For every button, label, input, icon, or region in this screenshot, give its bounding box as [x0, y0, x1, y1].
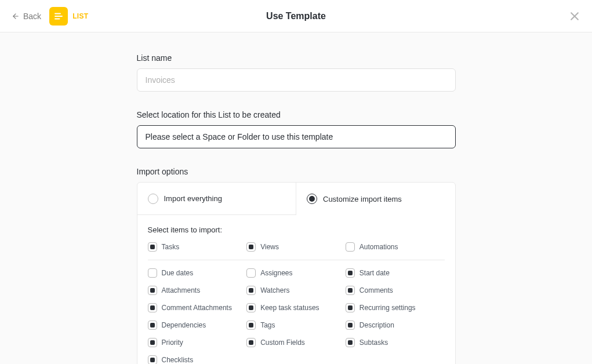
close-button[interactable] — [569, 10, 580, 22]
topbar: Back LIST Use Template — [0, 0, 592, 32]
checkbox-icon — [148, 321, 157, 330]
location-placeholder: Please select a Space or Folder to use t… — [146, 132, 333, 141]
template-form: List name Select location for this List … — [137, 53, 456, 364]
list-name-input[interactable] — [137, 68, 456, 92]
list-name-label: List name — [137, 53, 456, 63]
import-options-label: Import options — [137, 167, 456, 176]
checkbox-label: Views — [260, 243, 279, 251]
checkbox-assignees[interactable]: Assignees — [246, 268, 346, 278]
import-tabs: Import everything Customize import items — [137, 183, 455, 215]
checkbox-automations[interactable]: Automations — [346, 242, 445, 252]
checkbox-watchers[interactable]: Watchers — [246, 286, 346, 295]
checkbox-icon — [346, 303, 355, 312]
checkbox-icon — [246, 286, 256, 295]
checkbox-icon — [346, 242, 355, 252]
checkbox-label: Assignees — [260, 269, 292, 277]
checkbox-label: Tags — [260, 321, 275, 329]
checkbox-icon — [148, 242, 157, 252]
checkbox-icon — [246, 338, 256, 347]
import-tab-customize[interactable]: Customize import items — [296, 183, 455, 215]
checkbox-recurring_settings[interactable]: Recurring settings — [346, 303, 445, 312]
import-tab-label: Import everything — [164, 194, 222, 203]
page-title: Use Template — [266, 11, 326, 21]
checkbox-icon — [148, 268, 157, 278]
arrow-left-icon — [12, 12, 20, 20]
checkbox-label: Priority — [162, 338, 183, 347]
checkbox-icon — [148, 286, 157, 295]
checkbox-label: Comments — [359, 286, 393, 294]
checkbox-label: Description — [359, 321, 394, 329]
grid-row: DependenciesTagsDescription — [148, 321, 445, 330]
checkbox-icon — [148, 338, 157, 347]
radio-icon — [307, 194, 317, 204]
select-items-label: Select items to import: — [148, 225, 445, 234]
location-label: Select location for this List to be crea… — [137, 110, 456, 119]
grid-row: Checklists — [148, 355, 445, 364]
import-tab-everything[interactable]: Import everything — [137, 183, 297, 215]
import-grid: Due datesAssigneesStart dateAttachmentsW… — [148, 268, 445, 364]
checkbox-icon — [246, 268, 256, 278]
radio-icon — [148, 194, 158, 204]
checkbox-label: Attachments — [162, 286, 201, 294]
back-label: Back — [23, 12, 41, 21]
checkbox-label: Due dates — [162, 269, 194, 277]
checkbox-icon — [148, 355, 157, 364]
checkbox-description[interactable]: Description — [346, 321, 445, 330]
checkbox-label: Watchers — [260, 286, 289, 294]
checkbox-priority[interactable]: Priority — [148, 338, 247, 347]
grid-row: Comment AttachmentsKeep task statusesRec… — [148, 303, 445, 312]
checkbox-label: Subtasks — [359, 338, 388, 347]
checkbox-start_date[interactable]: Start date — [346, 268, 445, 278]
checkbox-icon — [346, 321, 355, 330]
checkbox-subtasks[interactable]: Subtasks — [346, 338, 445, 347]
checkbox-icon — [346, 286, 355, 295]
import-panel: Import everything Customize import items… — [137, 182, 456, 364]
checkbox-custom_fields[interactable]: Custom Fields — [246, 338, 346, 347]
checkbox-label: Recurring settings — [359, 304, 416, 312]
checkbox-icon — [246, 303, 256, 312]
checkbox-label: Dependencies — [162, 321, 206, 329]
checkbox-tags[interactable]: Tags — [246, 321, 346, 330]
checkbox-tasks[interactable]: Tasks — [148, 242, 247, 252]
checkbox-label: Checklists — [162, 356, 194, 364]
grid-row: AttachmentsWatchersComments — [148, 286, 445, 295]
checkbox-icon — [346, 338, 355, 347]
list-type-badge-label: LIST — [72, 12, 88, 20]
import-top-row: TasksViewsAutomations — [148, 242, 445, 260]
location-select[interactable]: Please select a Space or Folder to use t… — [137, 125, 456, 148]
checkbox-label: Automations — [359, 243, 398, 251]
back-button[interactable]: Back — [12, 12, 41, 21]
list-icon — [53, 11, 64, 21]
checkbox-comments[interactable]: Comments — [346, 286, 445, 295]
list-type-badge-icon — [49, 7, 68, 26]
import-content: Select items to import: TasksViewsAutoma… — [137, 215, 455, 364]
checkbox-label: Comment Attachments — [162, 304, 232, 312]
checkbox-label: Tasks — [162, 243, 180, 251]
body-area: List name Select location for this List … — [0, 32, 592, 364]
checkbox-comment_attachments[interactable]: Comment Attachments — [148, 303, 247, 312]
checkbox-views[interactable]: Views — [246, 242, 346, 252]
checkbox-checklists[interactable]: Checklists — [148, 355, 247, 364]
checkbox-icon — [148, 303, 157, 312]
checkbox-label: Keep task statuses — [260, 304, 319, 312]
grid-row: Due datesAssigneesStart date — [148, 268, 445, 278]
import-tab-label: Customize import items — [323, 195, 402, 203]
checkbox-label: Start date — [359, 269, 390, 277]
checkbox-due_dates[interactable]: Due dates — [148, 268, 247, 278]
checkbox-dependencies[interactable]: Dependencies — [148, 321, 247, 330]
close-icon — [569, 10, 580, 22]
checkbox-icon — [346, 268, 355, 278]
grid-row: PriorityCustom FieldsSubtasks — [148, 338, 445, 347]
checkbox-label: Custom Fields — [260, 338, 305, 347]
checkbox-keep_task_statuses[interactable]: Keep task statuses — [246, 303, 346, 312]
checkbox-attachments[interactable]: Attachments — [148, 286, 247, 295]
checkbox-icon — [246, 321, 256, 330]
checkbox-icon — [246, 242, 256, 252]
